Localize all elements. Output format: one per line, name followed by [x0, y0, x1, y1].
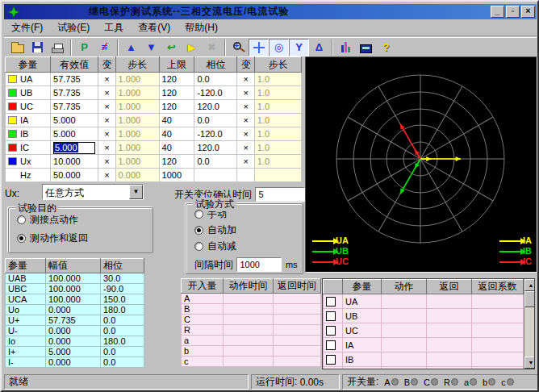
value-cell[interactable]: 57.735 [51, 86, 98, 100]
vary-cell[interactable]: × [98, 169, 115, 182]
help-button[interactable]: ? [376, 39, 396, 56]
print-button[interactable] [48, 39, 68, 56]
menu-file[interactable]: 文件(F) [4, 19, 50, 36]
open-file-button[interactable] [7, 39, 27, 56]
radio-option[interactable]: 自动加 [194, 223, 303, 237]
step2-cell[interactable]: 1.0 [254, 73, 301, 86]
value-cell[interactable]: 57.735 [51, 100, 98, 114]
vary-cell[interactable]: × [98, 73, 115, 86]
vary-cell[interactable]: × [98, 86, 115, 100]
step-cell[interactable]: 1.000 [115, 141, 159, 155]
vary2-cell[interactable]: × [237, 127, 254, 141]
checkbox[interactable] [326, 340, 336, 350]
limit-cell[interactable]: 120 [159, 100, 194, 114]
confirm-time-input[interactable]: 5 [255, 187, 305, 202]
value-cell[interactable]: 10.000 [51, 155, 98, 169]
axes-view-button[interactable] [249, 39, 269, 56]
menu-test[interactable]: 试验(E) [50, 19, 97, 36]
phase-cell[interactable] [194, 169, 237, 182]
vary-cell[interactable]: × [98, 100, 115, 114]
value-cell[interactable]: 50.000 [51, 169, 98, 182]
stop-button[interactable]: ✖ [202, 39, 222, 56]
scroll-thumb[interactable] [524, 291, 535, 307]
phase-cell[interactable]: -120.0 [194, 86, 237, 100]
minimize-button[interactable]: _ [491, 6, 504, 18]
bar-chart-button[interactable] [336, 39, 356, 56]
checkbox[interactable] [326, 297, 336, 307]
phase-cell[interactable]: 120.0 [194, 100, 237, 114]
radio-icon[interactable] [17, 215, 26, 224]
p-marker-button[interactable]: P [74, 39, 94, 56]
vary-cell[interactable]: × [98, 127, 115, 141]
phase-cell[interactable]: -120.0 [194, 127, 237, 141]
undo-button[interactable]: ↩ [161, 39, 182, 56]
radio-icon-selected[interactable] [17, 234, 26, 243]
value-cell-editing[interactable]: 5.000 [51, 141, 98, 155]
phase-cell[interactable]: 120.0 [194, 141, 237, 155]
maximize-button[interactable]: ▫ [506, 6, 520, 18]
step-down-button[interactable]: ▼ [141, 39, 161, 56]
step2-cell[interactable] [254, 169, 301, 182]
step-cell[interactable]: 0.000 [115, 169, 159, 182]
step2-cell[interactable]: 1.0 [254, 100, 301, 114]
vertical-scrollbar[interactable]: ▲ ▼ [524, 279, 535, 369]
vary2-cell[interactable]: × [237, 73, 254, 86]
phase-cell[interactable]: 0.0 [194, 73, 237, 86]
menu-help[interactable]: 帮助(H) [178, 19, 225, 36]
step-cell[interactable]: 1.000 [115, 127, 159, 141]
step2-cell[interactable]: 1.0 [254, 155, 301, 169]
chevron-down-icon[interactable]: ▼ [129, 185, 143, 199]
value-cell[interactable]: 57.735 [51, 73, 98, 86]
vary-cell[interactable]: × [98, 155, 115, 169]
menu-view[interactable]: 查看(V) [131, 19, 178, 36]
limit-cell[interactable]: 40 [159, 114, 194, 127]
radio-option[interactable]: 测动作和返回 [17, 231, 153, 245]
radio-icon[interactable] [194, 210, 203, 219]
value-cell[interactable]: 5.000 [51, 127, 98, 141]
vary2-cell[interactable]: × [237, 86, 254, 100]
limit-cell[interactable]: 40 [159, 141, 194, 155]
step2-cell[interactable]: 1.0 [254, 86, 301, 100]
menu-tools[interactable]: 工具 [97, 19, 131, 36]
vary2-cell[interactable] [237, 169, 254, 182]
phase-cell[interactable]: 0.0 [194, 114, 237, 127]
radio-icon[interactable] [194, 242, 203, 251]
save-button[interactable] [27, 39, 48, 56]
checkbox[interactable] [326, 355, 336, 365]
scroll-down-icon[interactable]: ▼ [524, 357, 535, 369]
limit-cell[interactable]: 1000 [159, 169, 194, 182]
checkbox[interactable] [326, 311, 336, 321]
step2-cell[interactable]: 1.0 [254, 141, 301, 155]
vary-cell[interactable]: × [98, 141, 115, 155]
vary2-cell[interactable]: × [237, 155, 254, 169]
interval-input[interactable]: 1000 [236, 257, 282, 272]
title-bar[interactable]: 继电保护测试系统--三相交流电压/电流试验 _ ▫ × [4, 4, 537, 19]
vary2-cell[interactable]: × [237, 100, 254, 114]
step-cell[interactable]: 1.000 [115, 155, 159, 169]
wye-connection-button[interactable]: Y [289, 39, 309, 56]
close-button[interactable]: × [521, 6, 535, 18]
vary2-cell[interactable]: × [237, 141, 254, 155]
value-editbox[interactable]: 5.000 [53, 142, 95, 154]
value-cell[interactable]: 5.000 [51, 114, 98, 127]
limit-cell[interactable]: 120 [159, 155, 194, 169]
step-cell[interactable]: 1.000 [115, 100, 159, 114]
radio-option[interactable]: 自动减 [194, 240, 303, 253]
step-cell[interactable]: 1.000 [115, 73, 159, 86]
polar-view-button[interactable]: ◎ [269, 39, 289, 56]
step2-cell[interactable]: 1.0 [254, 127, 301, 141]
limit-cell[interactable]: 120 [159, 86, 194, 100]
limit-cell[interactable]: 40 [159, 127, 194, 141]
scroll-up-icon[interactable]: ▲ [524, 279, 535, 291]
phase-cell[interactable]: 0.0 [194, 155, 237, 169]
step2-cell[interactable]: 1.0 [254, 114, 301, 127]
vary2-cell[interactable]: × [237, 114, 254, 127]
zoom-in-button[interactable] [228, 39, 249, 56]
checkbox[interactable] [326, 326, 336, 336]
unbalance-button[interactable]: ≡ [94, 39, 115, 56]
radio-icon-selected[interactable] [194, 226, 203, 235]
step-up-button[interactable]: ▲ [121, 39, 141, 56]
step-cell[interactable]: 1.000 [115, 86, 159, 100]
delta-connection-button[interactable]: Δ [309, 39, 329, 56]
vary-cell[interactable]: × [98, 114, 115, 127]
